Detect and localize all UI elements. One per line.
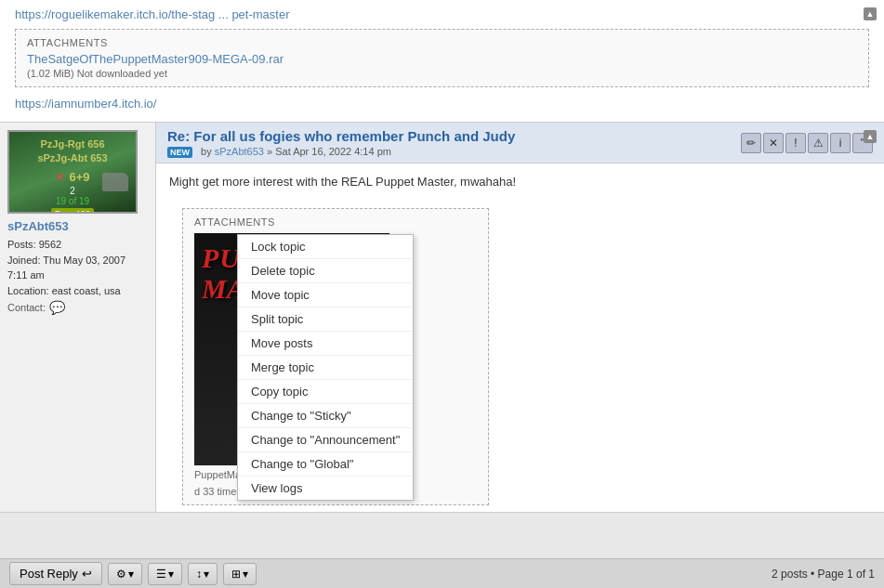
post-title: Re: For all us fogies who remember Punch… <box>167 128 515 144</box>
toolbar-button-2[interactable]: ☰ ▾ <box>148 563 182 585</box>
context-menu: Lock topic Delete topic Move topic Split… <box>237 234 414 501</box>
menu-item-change-global[interactable]: Change to "Global" <box>238 452 413 477</box>
post-attachments-label: ATTACHMENTS <box>194 216 477 228</box>
posts-label: Posts: <box>7 239 36 250</box>
contact-row: Contact: 💬 <box>7 300 65 315</box>
post-reply-label: Post Reply <box>20 567 78 581</box>
top-link1[interactable]: https://roguelikemaker.itch.io/the-stag … <box>15 7 290 21</box>
location-label: Location: <box>7 285 49 296</box>
top-section: https://roguelikemaker.itch.io/the-stag … <box>0 0 884 123</box>
menu-item-move-posts[interactable]: Move posts <box>238 332 413 356</box>
pagination: 2 posts • Page 1 of 1 <box>772 568 875 581</box>
toolbar4-icon: ⊞ <box>231 568 241 581</box>
menu-item-view-logs[interactable]: View logs <box>238 477 413 500</box>
post-author[interactable]: sPzAbt653 <box>215 146 264 157</box>
menu-item-delete-topic[interactable]: Delete topic <box>238 259 413 283</box>
delete-button[interactable]: ✕ <box>763 133 784 153</box>
toolbar-button-4[interactable]: ⊞ ▾ <box>223 563 257 585</box>
warn-button[interactable]: ⚠ <box>808 133 828 153</box>
post-date: Sat Apr 16, 2022 4:14 pm <box>275 146 391 157</box>
toolbar3-arrow: ▾ <box>204 568 209 581</box>
post-reply-icon: ↩ <box>82 567 92 581</box>
toolbar4-arrow: ▾ <box>243 568 248 581</box>
toolbar-button-1[interactable]: ⚙ ▾ <box>108 563 142 585</box>
username[interactable]: sPzAbt653 <box>7 219 69 233</box>
menu-item-split-topic[interactable]: Split topic <box>238 307 413 332</box>
attachments-label: ATTACHMENTS <box>27 37 857 48</box>
menu-item-copy-topic[interactable]: Copy topic <box>238 380 413 404</box>
toolbar1-arrow: ▾ <box>128 568 134 581</box>
post-reply-button[interactable]: Post Reply ↩ <box>9 562 102 585</box>
post-row: Axis PzJg-Rgt 656 sPzJg-Abt 653 ✕ 6+9 2 … <box>0 123 884 513</box>
menu-item-merge-topic[interactable]: Merge topic <box>238 356 413 380</box>
avatar: Axis PzJg-Rgt 656 sPzJg-Abt 653 ✕ 6+9 2 … <box>7 130 138 214</box>
bottom-left: Post Reply ↩ ⚙ ▾ ☰ ▾ ↕ ▾ ⊞ ▾ <box>9 562 257 585</box>
user-panel: Axis PzJg-Rgt 656 sPzJg-Abt 653 ✕ 6+9 2 … <box>0 123 156 512</box>
top-link2[interactable]: https://iamnumber4.itch.io/ <box>15 97 869 111</box>
post-scroll-arrow[interactable]: ▲ <box>864 130 877 143</box>
menu-item-change-announcement[interactable]: Change to "Announcement" <box>238 428 413 452</box>
toolbar2-arrow: ▾ <box>168 568 174 581</box>
post-actions: ✏ ✕ ! ⚠ i " <box>741 133 873 153</box>
attachment-file[interactable]: TheSatgeOfThePuppetMaster909-MEGA-09.rar <box>27 52 284 66</box>
toolbar1-icon: ⚙ <box>116 568 126 581</box>
contact-label: Contact: <box>7 302 46 313</box>
menu-item-move-topic[interactable]: Move topic <box>238 283 413 307</box>
joined-label: Joined: <box>7 255 40 266</box>
bottom-right: 2 posts • Page 1 of 1 <box>772 568 875 581</box>
toolbar2-icon: ☰ <box>156 568 166 581</box>
toolbar3-icon: ↕ <box>196 568 202 581</box>
user-info: Posts: 9562 Joined: Thu May 03, 2007 7:1… <box>7 237 148 298</box>
info-button[interactable]: i <box>830 133 851 153</box>
contact-icon[interactable]: 💬 <box>49 300 65 315</box>
scroll-up-arrow[interactable]: ▲ <box>864 7 877 20</box>
edit-button[interactable]: ✏ <box>741 133 761 153</box>
post-body: Might get more interest with the REAL Pu… <box>156 163 884 201</box>
post-meta: NEW by sPzAbt653 » Sat Apr 16, 2022 4:14… <box>167 146 515 157</box>
post-header: Re: For all us fogies who remember Punch… <box>156 123 884 163</box>
new-badge: NEW <box>167 147 192 158</box>
attachment-meta: (1.02 MiB) Not downloaded yet <box>27 68 857 79</box>
attachments-box: ATTACHMENTS TheSatgeOfThePuppetMaster909… <box>15 29 869 87</box>
post-body-text: Might get more interest with the REAL Pu… <box>169 175 516 189</box>
menu-item-lock-topic[interactable]: Lock topic <box>238 235 413 259</box>
toolbar-button-3[interactable]: ↕ ▾ <box>188 563 218 585</box>
bottom-bar: Post Reply ↩ ⚙ ▾ ☰ ▾ ↕ ▾ ⊞ ▾ 2 posts • P… <box>0 558 884 588</box>
posts-value: 9562 <box>39 239 61 250</box>
menu-item-change-sticky[interactable]: Change to "Sticky" <box>238 404 413 428</box>
report-button[interactable]: ! <box>785 133 806 153</box>
location-value: east coast, usa <box>52 285 121 296</box>
post-header-left: Re: For all us fogies who remember Punch… <box>167 128 515 157</box>
